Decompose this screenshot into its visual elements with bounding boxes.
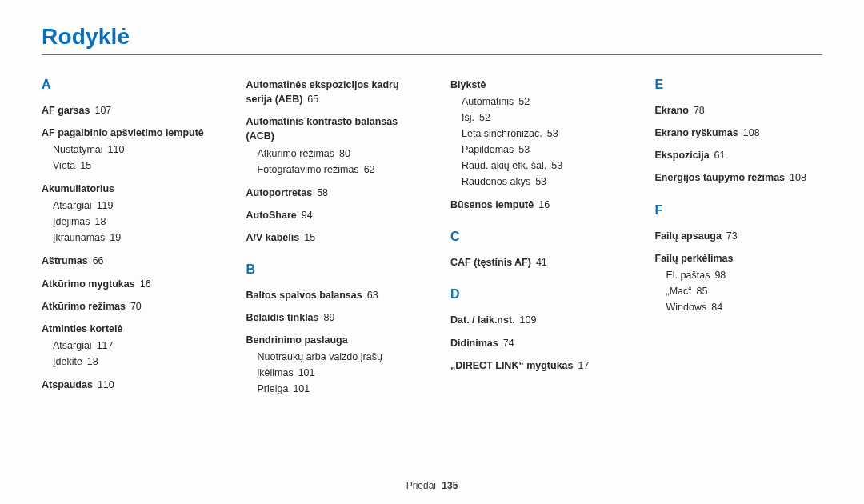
entry-page[interactable]: 70 (130, 301, 142, 312)
entry-heading[interactable]: A/V kabelis15 (246, 230, 414, 245)
entry-page[interactable]: 108 (743, 127, 760, 138)
entry-heading[interactable]: Ekrano ryškumas108 (655, 126, 823, 140)
subentry[interactable]: Nuotraukų arba vaizdo įrašų įkėlimas101 (258, 349, 414, 381)
subentry[interactable]: Raudonos akys53 (462, 174, 618, 190)
subentry-page[interactable]: 52 (518, 96, 530, 107)
entry-page[interactable]: 78 (694, 105, 705, 116)
entry-heading[interactable]: Failų perkėlimas (655, 251, 823, 266)
entry-page[interactable]: 74 (503, 338, 514, 349)
entry-page[interactable]: 16 (140, 278, 151, 290)
subentry[interactable]: Windows84 (666, 299, 823, 315)
entry-page[interactable]: 61 (714, 150, 726, 161)
subentry[interactable]: Įdėjimas18 (53, 214, 210, 230)
subentry-page[interactable]: 98 (714, 270, 726, 281)
index-entry: CAF (tęstinis AF)41 (450, 255, 618, 270)
index-entry: Autoportretas58 (246, 186, 414, 200)
entry-page[interactable]: 89 (324, 312, 335, 323)
index-letter: C (450, 230, 618, 244)
entry-heading[interactable]: Akumuliatorius (42, 182, 210, 196)
entry-heading[interactable]: Failų apsauga73 (655, 229, 823, 243)
entry-heading[interactable]: Autoportretas58 (246, 186, 414, 200)
index-entry: Ekrano78 (655, 103, 823, 118)
subentry-page[interactable]: 101 (298, 367, 315, 378)
subentry-page[interactable]: 53 (518, 144, 530, 155)
subentry-page[interactable]: 84 (711, 302, 722, 313)
entry-page[interactable]: 107 (94, 105, 111, 116)
subentry[interactable]: Išj.52 (462, 110, 618, 126)
entry-heading[interactable]: AF garsas107 (42, 103, 210, 118)
entry-heading[interactable]: „DIRECT LINK“ mygtukas17 (450, 358, 618, 373)
subentry[interactable]: „Mac“85 (666, 283, 823, 299)
entry-page[interactable]: 15 (304, 232, 315, 243)
subentry[interactable]: Įdėkite18 (53, 354, 210, 370)
entry-heading[interactable]: Atminties kortelė (42, 322, 210, 336)
subentry[interactable]: Lėta sinchronizac.53 (462, 126, 618, 142)
subentry[interactable]: Raud. akių efk. šal.53 (462, 158, 618, 174)
entry-sublist: El. paštas98„Mac“85Windows84 (666, 267, 823, 315)
entry-heading[interactable]: AutoShare94 (246, 208, 414, 222)
entry-heading[interactable]: Ekrano78 (655, 103, 823, 118)
entry-heading[interactable]: Aštrumas66 (42, 254, 210, 268)
entry-page[interactable]: 63 (367, 290, 378, 301)
entry-page[interactable]: 17 (578, 360, 590, 371)
entry-page[interactable]: 66 (93, 255, 104, 266)
subentry[interactable]: Atkūrimo režimas80 (258, 146, 414, 162)
subentry[interactable]: El. paštas98 (666, 267, 823, 283)
entry-page[interactable]: 109 (520, 314, 537, 326)
entry-heading[interactable]: Automatinis kontrasto balansas (ACB) (246, 114, 414, 143)
entry-heading[interactable]: Energijos taupymo režimas108 (655, 170, 823, 185)
entry-heading[interactable]: Dat. / laik.nst.109 (450, 313, 618, 327)
entry-heading[interactable]: Atkūrimo režimas70 (42, 299, 210, 314)
subentry[interactable]: Įkraunamas19 (53, 230, 210, 246)
column: BlykstėAutomatinis52Išj.52Lėta sinchroni… (450, 78, 618, 405)
subentry[interactable]: Nustatymai110 (53, 142, 210, 158)
subentry-page[interactable]: 117 (97, 340, 114, 351)
entry-page[interactable]: 94 (302, 210, 313, 221)
subentry-page[interactable]: 53 (551, 160, 562, 171)
subentry[interactable]: Prieiga101 (258, 381, 414, 397)
subentry[interactable]: Atsargiai117 (53, 338, 210, 354)
entry-heading[interactable]: Baltos spalvos balansas63 (246, 288, 414, 302)
subentry[interactable]: Papildomas53 (462, 142, 618, 158)
entry-heading[interactable]: CAF (tęstinis AF)41 (450, 255, 618, 270)
subentry-page[interactable]: 85 (696, 286, 707, 297)
index-letter: F (655, 203, 823, 218)
subentry-page[interactable]: 53 (547, 128, 558, 139)
entry-page[interactable]: 58 (317, 187, 328, 198)
subentry-page[interactable]: 119 (97, 200, 114, 211)
entry-page[interactable]: 108 (790, 172, 806, 183)
index-entry: Failų perkėlimasEl. paštas98„Mac“85Windo… (655, 251, 823, 315)
subentry-page[interactable]: 80 (339, 148, 350, 159)
subentry-page[interactable]: 62 (364, 164, 375, 175)
entry-page[interactable]: 73 (726, 230, 738, 242)
entry-heading[interactable]: Būsenos lemputė16 (450, 198, 618, 212)
subentry-page[interactable]: 18 (87, 356, 98, 367)
subentry[interactable]: Vieta15 (53, 158, 210, 174)
index-entry: Atkūrimo režimas70 (42, 299, 210, 314)
subentry-page[interactable]: 110 (108, 144, 125, 155)
entry-heading[interactable]: AF pagalbinio apšvietimo lemputė (42, 126, 210, 140)
entry-heading[interactable]: Ekspozicija61 (655, 148, 823, 162)
entry-page[interactable]: 16 (538, 199, 550, 210)
subentry[interactable]: Fotografavimo režimas62 (258, 162, 414, 178)
entry-page[interactable]: 110 (98, 379, 114, 390)
subentry-page[interactable]: 15 (80, 160, 91, 171)
subentry-page[interactable]: 53 (535, 176, 546, 187)
index-entry: „DIRECT LINK“ mygtukas17 (450, 358, 618, 373)
subentry-page[interactable]: 19 (110, 232, 121, 243)
subentry-page[interactable]: 52 (479, 112, 490, 123)
entry-heading[interactable]: Belaidis tinklas89 (246, 310, 414, 325)
entry-heading[interactable]: Blykstė (450, 78, 618, 92)
entry-page[interactable]: 65 (307, 94, 318, 105)
entry-heading[interactable]: Atkūrimo mygtukas16 (42, 277, 210, 291)
entry-heading[interactable]: Atspaudas110 (42, 378, 210, 392)
index-columns: AAF garsas107AF pagalbinio apšvietimo le… (42, 78, 822, 405)
subentry-page[interactable]: 101 (293, 383, 310, 394)
entry-page[interactable]: 41 (536, 257, 547, 268)
entry-heading[interactable]: Automatinės ekspozicijos kadrų serija (A… (246, 78, 414, 106)
subentry[interactable]: Atsargiai119 (53, 198, 210, 214)
subentry[interactable]: Automatinis52 (462, 94, 618, 110)
subentry-page[interactable]: 18 (95, 216, 106, 227)
entry-heading[interactable]: Bendrinimo paslauga (246, 333, 414, 347)
entry-heading[interactable]: Didinimas74 (450, 336, 618, 350)
